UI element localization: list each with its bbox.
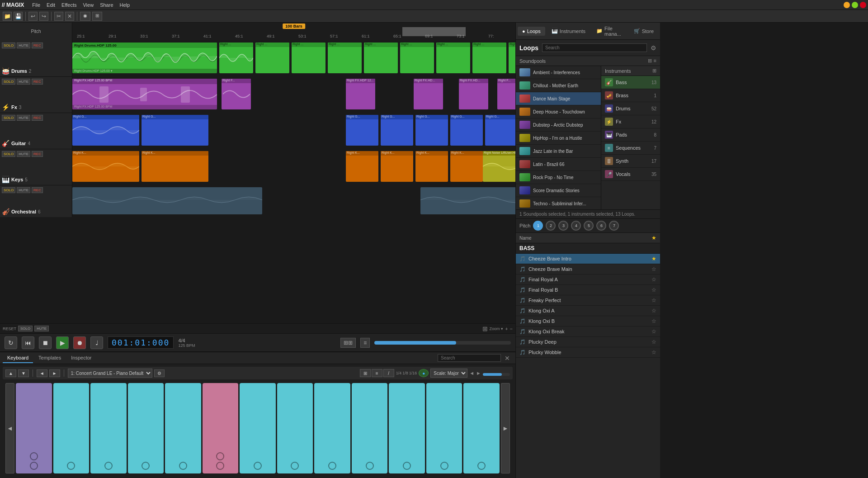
drums-mute-button[interactable]: HUTE bbox=[17, 43, 30, 48]
loops-search-input[interactable] bbox=[542, 43, 647, 52]
clip-drums-7[interactable]: Right ... bbox=[400, 43, 434, 73]
clip-guitar-3[interactable]: Right G... bbox=[346, 115, 378, 146]
undo-button[interactable]: ↩ bbox=[28, 12, 38, 21]
clip-fx-6[interactable]: Right F... bbox=[497, 79, 515, 109]
scale-select[interactable]: Scale: Major bbox=[430, 369, 467, 378]
orchestral-solo-button[interactable]: SOLO bbox=[2, 187, 15, 193]
instrument-item-drums-inst[interactable]: 🥁 Drums 52 bbox=[601, 102, 660, 115]
clip-keys-1[interactable]: Right K... bbox=[72, 151, 139, 182]
clip-fx-3[interactable]: Right FX.HDP 12... bbox=[346, 79, 375, 109]
clip-drums-6[interactable]: Right ... bbox=[364, 43, 398, 73]
soundpool-item-chillout[interactable]: Chillout - Mother Earth bbox=[516, 79, 601, 92]
instrument-item-bass[interactable]: 🎸 Bass 13 bbox=[601, 76, 660, 89]
instrument-item-brass[interactable]: 🎺 Brass 1 bbox=[601, 89, 660, 102]
templates-tab[interactable]: Templates bbox=[34, 353, 66, 363]
record-button[interactable]: ⏺ bbox=[73, 336, 86, 349]
redo-button[interactable]: ↪ bbox=[39, 12, 48, 21]
instrument-item-fx-inst[interactable]: ⚡ Fx 12 bbox=[601, 115, 660, 128]
piano-key-5[interactable] bbox=[165, 383, 201, 473]
scale-up-button[interactable]: ► bbox=[476, 370, 481, 376]
loop-star-klong-oxi-b[interactable]: ☆ bbox=[651, 318, 656, 324]
guitar-solo-button[interactable]: SOLO bbox=[2, 115, 15, 121]
file-manager-tab[interactable]: 📁 File mana... bbox=[592, 24, 627, 38]
soundpool-item-deephouse[interactable]: Deep House - Touchdown bbox=[516, 105, 601, 118]
loop-star-cheeze-intro[interactable]: ★ bbox=[651, 256, 656, 262]
save-button[interactable]: 💾 bbox=[14, 12, 23, 21]
scale-down-button[interactable]: ◄ bbox=[469, 370, 474, 376]
instrument-item-sequences[interactable]: ≡ Sequences 7 bbox=[601, 142, 660, 155]
keys-clips-area[interactable]: Right K... Right K... Right K... Right K… bbox=[72, 149, 515, 185]
close-button[interactable] bbox=[860, 2, 866, 8]
instrument-item-synth[interactable]: 🎛 Synth 17 bbox=[601, 155, 660, 168]
loop-item-plucky-wobble[interactable]: 🎵 Plucky Wobble ☆ bbox=[516, 347, 660, 358]
orchestral-rec-button[interactable]: REC bbox=[32, 187, 43, 193]
menu-share[interactable]: Share bbox=[97, 1, 116, 9]
clip-drums-5[interactable]: Right ... bbox=[328, 43, 362, 73]
track-view-button[interactable]: ≡ bbox=[360, 338, 370, 348]
kbd-icon-1[interactable]: ⊞ bbox=[360, 369, 371, 377]
keys-solo-button[interactable]: SOLO bbox=[2, 151, 15, 157]
open-file-button[interactable]: 📁 bbox=[3, 12, 12, 21]
clip-drums-10[interactable]: Right ... bbox=[509, 43, 515, 73]
drums-rec-button[interactable]: REC bbox=[32, 43, 43, 48]
soundpool-item-score[interactable]: Score Dramatic Stories bbox=[516, 184, 601, 197]
stop-button[interactable]: ⏹ bbox=[39, 336, 52, 349]
pitch-btn-5[interactable]: 5 bbox=[584, 221, 594, 231]
piano-key-6[interactable] bbox=[203, 383, 239, 473]
keyboard-tab[interactable]: Keyboard bbox=[3, 353, 33, 363]
menu-view[interactable]: View bbox=[80, 1, 96, 9]
kbd-icon-2[interactable]: ≡ bbox=[372, 369, 382, 377]
piano-key-1[interactable] bbox=[16, 383, 52, 473]
soundpool-item-hiphop[interactable]: HipHop - I'm on a Hustle bbox=[516, 132, 601, 145]
soundpool-item-jazz[interactable]: Jazz Late in the Bar bbox=[516, 145, 601, 158]
piano-key-4[interactable] bbox=[128, 383, 164, 473]
cut-tool-button[interactable]: ✂ bbox=[54, 12, 63, 21]
store-tab[interactable]: 🛒 Store bbox=[629, 26, 658, 36]
zoom-expand-button[interactable]: ⊞ bbox=[482, 325, 488, 332]
loop-star-klong-oxi-break[interactable]: ☆ bbox=[651, 328, 656, 335]
rewind-button[interactable]: ⏮ bbox=[22, 336, 34, 349]
fx-clips-area[interactable]: Right FX.HDP 125.00 BPM Right FX.HDP 125… bbox=[72, 77, 515, 113]
keyboard-preset-select[interactable]: 1: Concert Grand LE - Piano Default bbox=[68, 369, 152, 378]
clip-guitar-2[interactable]: Right G... bbox=[142, 115, 208, 146]
clip-guitar-4[interactable]: Right G... bbox=[381, 115, 413, 146]
orchestral-mute-button[interactable]: HUTE bbox=[17, 187, 30, 193]
soundpool-item-techno[interactable]: Techno - Subliminal Infer... bbox=[516, 197, 601, 209]
pitch-btn-3[interactable]: 3 bbox=[558, 221, 568, 231]
loop-item-final-royal-b[interactable]: 🎵 Final Royal B ☆ bbox=[516, 285, 660, 295]
clip-keys-5[interactable]: Right K... bbox=[415, 151, 448, 182]
instrument-item-pads[interactable]: 🎹 Pads 8 bbox=[601, 128, 660, 142]
kbd-loop-button[interactable]: ● bbox=[419, 369, 429, 377]
guitar-clips-area[interactable]: Right G... Right G... Right G... Right G… bbox=[72, 113, 515, 149]
piano-key-12[interactable] bbox=[426, 383, 462, 473]
loop-star-final-royal-b[interactable]: ☆ bbox=[651, 287, 656, 293]
clip-drums-4[interactable]: Right ... bbox=[292, 43, 326, 73]
orchestral-clips-area[interactable] bbox=[72, 185, 515, 217]
progress-bar[interactable] bbox=[374, 341, 511, 345]
play-button[interactable]: ▶ bbox=[56, 336, 69, 349]
drums-clips-area[interactable]: Right Drums.HDP 125.00 Right Drums.HDP 1… bbox=[72, 41, 515, 77]
instruments-filter-icon[interactable]: ⊞ bbox=[652, 68, 656, 74]
clip-guitar-5[interactable]: Right G... bbox=[415, 115, 448, 146]
clip-orchestral-1[interactable] bbox=[72, 187, 262, 214]
minimize-button[interactable] bbox=[844, 2, 850, 8]
kbd-prev-button[interactable]: ▲ bbox=[5, 369, 16, 377]
zoom-in-button[interactable]: + bbox=[505, 326, 508, 331]
fx-mute-button[interactable]: HUTE bbox=[17, 79, 30, 85]
fx-rec-button[interactable]: REC bbox=[32, 79, 43, 85]
clip-keys-special[interactable]: Right Noise LiftUser.HDP bbox=[483, 151, 515, 182]
loop-item-cheeze-intro[interactable]: 🎵 Cheeze Brave Intro ★ bbox=[516, 254, 660, 264]
clip-orchestral-2[interactable] bbox=[420, 187, 515, 214]
clip-keys-2[interactable]: Right K... bbox=[142, 151, 208, 182]
soundpool-item-ambient[interactable]: Ambient - Interferences bbox=[516, 66, 601, 79]
keys-scroll-left[interactable]: ◄ bbox=[5, 383, 14, 473]
clip-drums-9[interactable]: Right ... bbox=[472, 43, 506, 73]
clip-keys-3[interactable]: Right K... bbox=[346, 151, 378, 182]
kbd-right-button[interactable]: ► bbox=[49, 369, 60, 377]
loop-star-final-royal-a[interactable]: ☆ bbox=[651, 276, 656, 283]
clip-drums-8[interactable]: Right ... bbox=[436, 43, 470, 73]
loops-tab[interactable]: ● Loops bbox=[518, 27, 545, 36]
pitch-btn-6[interactable]: 6 bbox=[596, 221, 606, 231]
pitch-btn-2[interactable]: 2 bbox=[546, 221, 556, 231]
drums-solo-button[interactable]: SOLO bbox=[2, 43, 15, 48]
